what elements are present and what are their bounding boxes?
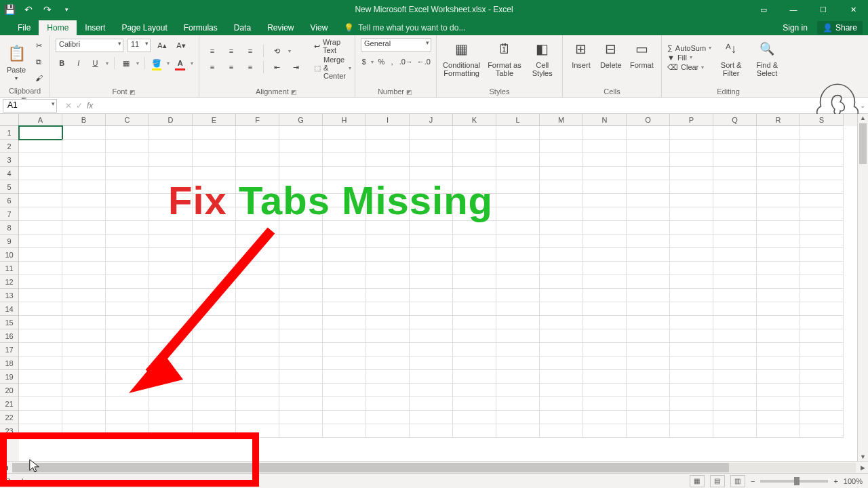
cell[interactable]: [279, 126, 323, 140]
cell[interactable]: [323, 316, 366, 329]
cell[interactable]: [540, 207, 583, 221]
cell[interactable]: [323, 357, 366, 370]
cell[interactable]: [323, 302, 366, 316]
cell[interactable]: [323, 397, 366, 411]
cell[interactable]: [583, 194, 627, 207]
currency-icon[interactable]: $: [361, 54, 367, 69]
cell[interactable]: [62, 194, 106, 207]
cell[interactable]: [627, 180, 670, 194]
cell[interactable]: [800, 302, 844, 316]
cell[interactable]: [149, 262, 193, 275]
find-select-button[interactable]: 🔍Find & Select: [751, 38, 783, 77]
cell[interactable]: [236, 316, 279, 329]
undo-icon[interactable]: ↶: [19, 0, 38, 19]
cells-area[interactable]: [19, 126, 857, 461]
cell[interactable]: [453, 424, 496, 438]
name-box[interactable]: A1: [3, 99, 57, 113]
cell[interactable]: [19, 397, 62, 411]
col-header[interactable]: H: [323, 114, 366, 126]
align-center-icon[interactable]: ≡: [224, 60, 239, 75]
cell[interactable]: [496, 235, 540, 248]
cell[interactable]: [149, 140, 193, 153]
cell[interactable]: [236, 397, 279, 411]
cell[interactable]: [62, 221, 106, 235]
cell[interactable]: [19, 343, 62, 357]
cell[interactable]: [583, 384, 627, 397]
cell[interactable]: [453, 153, 496, 167]
zoom-out-icon[interactable]: −: [751, 477, 755, 485]
cell[interactable]: [323, 248, 366, 262]
cell[interactable]: [279, 289, 323, 302]
col-header[interactable]: G: [279, 114, 323, 126]
col-header[interactable]: C: [106, 114, 149, 126]
cell[interactable]: [757, 397, 800, 411]
cell-styles-button[interactable]: ◧Cell Styles: [528, 38, 557, 77]
cell[interactable]: [540, 289, 583, 302]
cell[interactable]: [757, 302, 800, 316]
row-header[interactable]: 19: [0, 370, 19, 384]
cell[interactable]: [279, 370, 323, 384]
cell[interactable]: [627, 126, 670, 140]
cell[interactable]: [583, 424, 627, 438]
cell[interactable]: [757, 180, 800, 194]
col-header[interactable]: F: [236, 114, 279, 126]
cell[interactable]: [19, 140, 62, 153]
cell[interactable]: [670, 235, 713, 248]
cell[interactable]: [19, 289, 62, 302]
cell[interactable]: [410, 126, 453, 140]
col-header[interactable]: Q: [713, 114, 757, 126]
cell[interactable]: [62, 275, 106, 289]
col-header[interactable]: N: [583, 114, 627, 126]
cell[interactable]: [149, 384, 193, 397]
cell[interactable]: [496, 357, 540, 370]
cell[interactable]: [583, 140, 627, 153]
cell[interactable]: [713, 194, 757, 207]
delete-cells-button[interactable]: ⊟Delete: [598, 38, 624, 69]
align-bottom-icon[interactable]: ≡: [243, 43, 258, 58]
cell[interactable]: [800, 384, 844, 397]
cell[interactable]: [323, 153, 366, 167]
cell[interactable]: [62, 384, 106, 397]
decrease-indent-icon[interactable]: ⇤: [269, 60, 284, 75]
row-header[interactable]: 13: [0, 289, 19, 302]
cell[interactable]: [583, 370, 627, 384]
format-painter-icon[interactable]: 🖌: [31, 70, 46, 85]
cell[interactable]: [62, 316, 106, 329]
cell[interactable]: [496, 275, 540, 289]
cell[interactable]: [670, 357, 713, 370]
cell[interactable]: [757, 329, 800, 343]
cell[interactable]: [757, 343, 800, 357]
cell[interactable]: [410, 248, 453, 262]
cell[interactable]: [800, 357, 844, 370]
cell[interactable]: [19, 126, 62, 140]
cell[interactable]: [583, 207, 627, 221]
cell[interactable]: [193, 140, 236, 153]
vertical-scrollbar[interactable]: ▲ ▼: [857, 114, 868, 461]
cell[interactable]: [236, 343, 279, 357]
page-break-view-icon[interactable]: ▥: [730, 475, 745, 487]
cell[interactable]: [236, 275, 279, 289]
format-cells-button[interactable]: ▭Format: [628, 38, 656, 69]
cell[interactable]: [366, 140, 410, 153]
cell[interactable]: [627, 384, 670, 397]
cell[interactable]: [366, 316, 410, 329]
cell[interactable]: [19, 235, 62, 248]
cell[interactable]: [19, 262, 62, 275]
cell[interactable]: [496, 316, 540, 329]
row-header[interactable]: 17: [0, 343, 19, 357]
cell[interactable]: [62, 397, 106, 411]
cell[interactable]: [713, 316, 757, 329]
cell[interactable]: [106, 411, 149, 424]
cell[interactable]: [583, 167, 627, 180]
cell[interactable]: [149, 397, 193, 411]
row-header[interactable]: 7: [0, 207, 19, 221]
cell[interactable]: [366, 384, 410, 397]
cell[interactable]: [193, 221, 236, 235]
cancel-formula-icon[interactable]: ✕: [65, 101, 72, 110]
cell[interactable]: [279, 329, 323, 343]
row-header[interactable]: 8: [0, 221, 19, 235]
font-name-dropdown[interactable]: Calibri: [56, 39, 123, 52]
cell[interactable]: [366, 302, 410, 316]
cell[interactable]: [800, 275, 844, 289]
cell[interactable]: [496, 194, 540, 207]
